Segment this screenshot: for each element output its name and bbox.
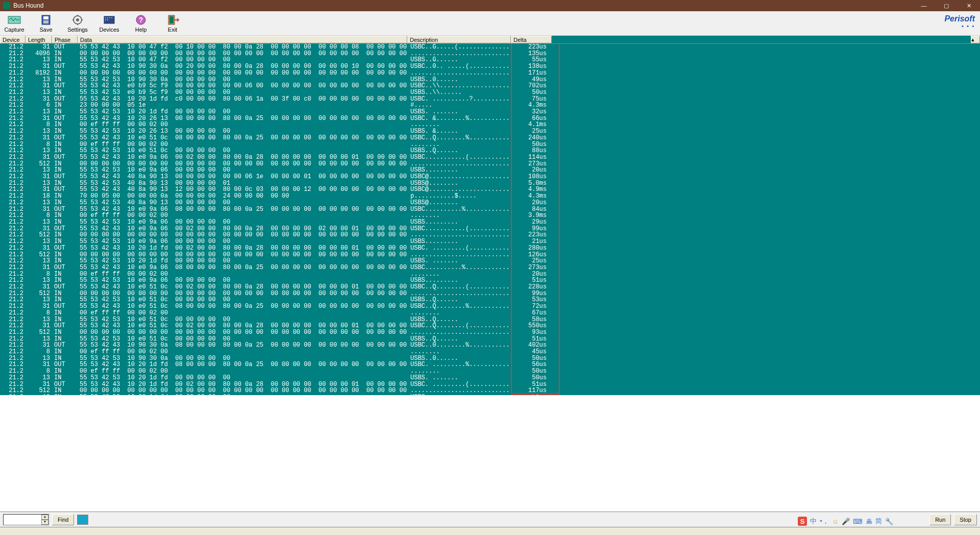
table-row[interactable]: 21.2512IN00 00 00 00 00 00 00 00 00 00 0… [0,387,980,394]
table-row[interactable]: 21.218IN70 00 05 00 00 00 00 0a 00 00 00… [0,193,980,200]
ime-tool-icon[interactable]: 🔧 [885,518,893,525]
exit-label: Exit [168,27,177,33]
exit-button[interactable]: Exit [161,14,184,33]
table-row[interactable]: 21.231OUT55 53 42 43 10 90 30 0a 08 00 0… [0,342,980,349]
table-row[interactable]: 21.28IN00 ef ff ff 00 00 02 00........3.… [0,212,980,219]
header-phase[interactable]: Phase [52,36,78,43]
table-row[interactable]: 21.28IN00 ef ff ff 00 00 02 00........20… [0,271,980,278]
table-row[interactable]: 21.213IN55 53 42 53 10 20 26 13 00 00 00… [0,128,980,135]
table-row[interactable]: 21.213IN55 53 42 53 10 e0 9a 06 00 00 00… [0,219,980,226]
table-row[interactable]: 21.2512IN00 00 00 00 00 00 00 00 00 00 0… [0,161,980,167]
table-row[interactable]: 21.213IN55 53 42 53 10 e0 51 0c 00 00 00… [0,148,980,154]
table-row[interactable]: 21.213IN55 53 42 53 10 90 30 0a 00 00 00… [0,77,980,83]
scroll-up-icon[interactable]: ▴ [971,36,980,43]
table-row[interactable]: 21.2512IN00 00 00 00 00 00 00 00 00 00 0… [0,290,980,297]
table-row[interactable]: 21.213IN55 53 42 53 10 e0 9a 06 00 00 00… [0,277,980,284]
ime-mic-icon[interactable]: 🎤 [842,518,850,525]
table-row[interactable]: 21.213IN55 53 42 53 10 e0 51 0c 00 00 00… [0,336,980,343]
ime-keyboard-icon[interactable]: ⌨ [853,518,863,525]
table-row[interactable]: 21.231OUT55 53 42 43 10 e0 51 0c 08 00 0… [0,303,980,310]
stop-button[interactable]: Stop [954,514,977,525]
header-device[interactable]: Device [0,36,26,43]
close-button[interactable]: ✕ [958,0,980,11]
table-row[interactable]: 21.231OUT55 53 42 43 10 e0 51 0c 00 02 0… [0,323,980,329]
spin-down-icon[interactable]: ▼ [41,520,48,525]
help-button[interactable]: ? Help [130,14,152,33]
settings-label: Settings [67,27,88,33]
table-row[interactable]: 21.213IN55 53 42 53 10 20 1d fd 00 00 00… [0,258,980,264]
table-row[interactable]: 21.2512IN00 00 00 00 00 00 00 00 00 00 0… [0,252,980,258]
table-row[interactable]: 21.213IN55 53 42 53 40 8a 90 13 00 00 00… [0,180,980,187]
table-row[interactable]: 21.213IN55 53 42 53 10 90 30 0a 00 00 00… [0,355,980,362]
save-button[interactable]: Save [35,14,57,33]
ime-lang-icon[interactable]: 中 [810,517,817,526]
header-length[interactable]: Length [26,36,52,43]
svg-rect-2 [43,16,48,19]
table-row[interactable]: 21.231OUT55 53 42 43 40 8a 90 13 00 00 0… [0,174,980,180]
table-row[interactable]: 21.231OUT55 53 42 43 10 90 30 0a 00 20 0… [0,63,980,70]
find-button[interactable]: Find [52,514,74,525]
table-row[interactable]: 21.213IN55 53 42 53 10 e0 9a 06 00 00 00… [0,238,980,245]
capture-label: Capture [4,27,24,33]
devices-button[interactable]: Devices [98,14,120,33]
sogou-ime-icon[interactable]: S [798,517,807,526]
ime-simp-icon[interactable]: 简 [875,517,882,526]
table-row[interactable]: 21.2512IN00 00 00 00 00 00 00 00 00 00 0… [0,232,980,238]
search-input[interactable] [4,515,41,525]
spin-up-icon[interactable]: ▲ [41,515,48,520]
perisoft-logo: Perisoft • • • [944,14,975,29]
ime-bar: S 中 •， ☺ 🎤 ⌨ 🖶 简 🔧 [798,517,893,526]
table-row[interactable]: 21.231OUT55 53 42 43 10 e0 9a 06 08 00 0… [0,264,980,271]
table-row[interactable]: 21.213IN55 53 42 53 e0 b9 5c f9 00 00 00… [0,89,980,96]
table-row[interactable]: 21.231OUT55 53 42 43 10 e0 9a 06 00 02 0… [0,154,980,161]
table-row[interactable]: 21.28192IN00 00 00 00 00 00 00 00 00 00 … [0,70,980,77]
table-row[interactable]: 21.231OUT55 53 42 43 10 20 1d fd 00 02 0… [0,381,980,388]
table-row[interactable]: 21.231OUT55 53 42 43 10 20 1d fd c0 00 0… [0,96,980,103]
minimize-button[interactable]: — [913,0,935,11]
capture-list[interactable]: 21.231OUT55 53 42 43 10 00 47 f2 00 10 0… [0,44,980,395]
table-row[interactable]: 21.28IN00 ef ff ff 00 00 02 00........4.… [0,121,980,128]
table-row[interactable]: 21.231OUT55 53 42 43 10 e0 9a 06 00 02 0… [0,226,980,232]
svg-rect-3 [43,20,48,23]
table-row[interactable]: 21.231OUT55 53 42 43 10 e0 51 0c 00 02 0… [0,284,980,290]
header-description[interactable]: Description [407,36,511,43]
header-data[interactable]: Data [78,36,407,43]
svg-rect-14 [111,17,112,18]
ime-print-icon[interactable]: 🖶 [866,518,872,525]
devices-icon [102,14,116,26]
header-delta[interactable]: Delta [511,36,552,43]
table-row[interactable]: 21.213IN55 53 42 53 10 20 1d fd 00 00 00… [0,394,980,395]
color-swatch[interactable] [77,515,88,525]
table-row[interactable]: 21.231OUT55 53 42 43 40 8a 90 13 12 00 0… [0,186,980,193]
table-row[interactable]: 21.213IN55 53 42 53 40 8a 90 13 00 00 00… [0,200,980,206]
table-row[interactable]: 21.231OUT55 53 42 43 10 20 1d fd 00 02 0… [0,245,980,252]
table-row[interactable]: 21.2512IN00 00 00 00 00 00 00 00 00 00 0… [0,329,980,336]
maximize-button[interactable]: ▢ [935,0,958,11]
table-row[interactable]: 21.213IN55 53 42 53 10 e0 9a 06 00 00 00… [0,167,980,174]
table-row[interactable]: 21.231OUT55 53 42 43 10 20 1d fd 08 00 0… [0,361,980,368]
search-spinner[interactable]: ▲ ▼ [3,514,49,525]
table-row[interactable]: 21.231OUT55 53 42 43 10 e0 51 0c 08 00 0… [0,135,980,141]
ime-punct-icon[interactable]: •， [820,517,829,526]
table-row[interactable]: 21.28IN00 ef ff ff 00 00 02 00........67… [0,310,980,317]
table-row[interactable]: 21.213IN55 53 42 53 10 00 47 f2 00 00 00… [0,57,980,63]
settings-icon [70,14,85,26]
capture-button[interactable]: Capture [3,14,26,33]
table-row[interactable]: 21.231OUT55 53 42 43 e0 b9 5c f9 00 00 0… [0,83,980,89]
capture-icon [7,14,21,26]
table-row[interactable]: 21.213IN55 53 42 53 10 e0 51 0c 00 00 00… [0,317,980,323]
table-row[interactable]: 21.26IN23 00 00 00 05 1e#.....4.3ms [0,102,980,109]
table-row[interactable]: 21.28IN00 ef ff ff 00 00 02 00........45… [0,349,980,355]
table-row[interactable]: 21.24096IN00 00 00 00 00 00 00 00 00 00 … [0,51,980,57]
table-row[interactable]: 21.231OUT55 53 42 43 10 00 47 f2 00 10 0… [0,44,980,51]
table-row[interactable]: 21.231OUT55 53 42 43 10 e0 9a 06 08 00 0… [0,206,980,213]
table-row[interactable]: 21.213IN55 53 42 53 10 e0 51 0c 00 00 00… [0,297,980,303]
ime-smiley-icon[interactable]: ☺ [832,518,839,525]
table-row[interactable]: 21.213IN55 53 42 53 10 20 1d fd 00 00 00… [0,109,980,115]
table-row[interactable]: 21.213IN55 53 42 53 10 20 1d fd 00 00 00… [0,375,980,381]
table-row[interactable]: 21.28IN00 ef ff ff 00 00 02 00........50… [0,141,980,148]
table-row[interactable]: 21.231OUT55 53 42 43 10 20 26 13 00 00 0… [0,115,980,122]
run-button[interactable]: Run [929,514,951,525]
settings-button[interactable]: Settings [66,14,89,33]
table-row[interactable]: 21.28IN00 ef ff ff 00 00 02 00........50… [0,368,980,375]
